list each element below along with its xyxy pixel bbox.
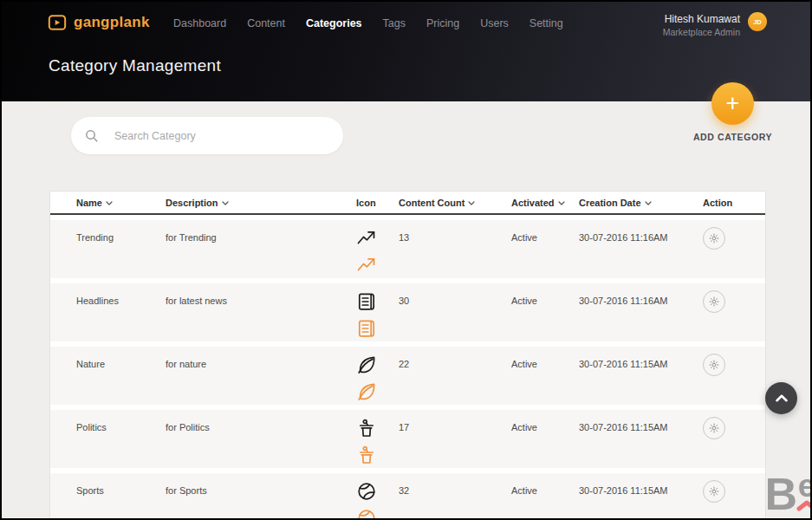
table-row-sports: Sportsfor Sports32Active30-07-2016 11:15… bbox=[50, 473, 765, 520]
search-icon bbox=[85, 129, 99, 143]
row-settings-button[interactable] bbox=[703, 480, 725, 503]
cell-description: for latest news bbox=[166, 283, 356, 341]
search-bar bbox=[71, 117, 343, 154]
cell-action bbox=[703, 473, 767, 520]
gear-icon bbox=[708, 296, 720, 308]
chevron-up-icon bbox=[776, 394, 788, 402]
trending-icon bbox=[356, 228, 377, 249]
ball-icon bbox=[356, 481, 377, 502]
row-settings-button[interactable] bbox=[703, 227, 725, 250]
search-input[interactable] bbox=[114, 130, 329, 142]
status-badge: Active bbox=[511, 410, 579, 468]
gear-icon bbox=[708, 232, 720, 244]
user-menu[interactable]: Hitesh Kumawat Marketplace Admin JD bbox=[663, 12, 767, 39]
app-window: gangplank DashboardContentCategoriesTags… bbox=[0, 0, 812, 520]
cell-creation-date: 30-07-2016 11:15AM bbox=[579, 473, 703, 520]
cell-name: Headlines bbox=[76, 283, 166, 341]
news-icon bbox=[356, 291, 377, 312]
leaf-icon bbox=[356, 354, 377, 375]
cell-icon bbox=[356, 283, 399, 341]
nav-item-categories[interactable]: Categories bbox=[306, 17, 362, 29]
row-settings-button[interactable] bbox=[703, 354, 725, 376]
row-settings-button[interactable] bbox=[703, 417, 725, 439]
behance-watermark: B e bbox=[764, 473, 812, 515]
row-settings-button[interactable] bbox=[703, 290, 725, 313]
gear-icon bbox=[708, 359, 720, 371]
add-category-label[interactable]: ADD CATEGORY bbox=[683, 132, 783, 142]
cell-content-count: 32 bbox=[399, 473, 511, 520]
category-table: NameDescriptionIconContent CountActivate… bbox=[49, 191, 766, 520]
brand-name: gangplank bbox=[74, 14, 150, 31]
column-label: Creation Date bbox=[579, 198, 641, 208]
cell-icon bbox=[356, 220, 399, 278]
trending-icon-orange bbox=[356, 255, 377, 276]
status-badge: Active bbox=[511, 220, 579, 278]
nav-item-content[interactable]: Content bbox=[247, 17, 285, 29]
play-square-icon bbox=[48, 13, 67, 32]
cell-action bbox=[703, 347, 767, 405]
user-role: Marketplace Admin bbox=[663, 26, 740, 39]
news-icon-orange bbox=[356, 318, 377, 339]
column-header-creation-date[interactable]: Creation Date bbox=[579, 198, 703, 208]
cell-description: for nature bbox=[166, 347, 356, 405]
column-label: Icon bbox=[356, 198, 376, 208]
watermark-letter-b: B bbox=[764, 473, 797, 515]
cell-content-count: 22 bbox=[399, 347, 511, 405]
cell-content-count: 30 bbox=[399, 283, 511, 341]
podium-icon-orange bbox=[356, 445, 377, 465]
status-badge: Active bbox=[511, 347, 579, 405]
cell-action bbox=[703, 220, 767, 278]
ball-icon-orange bbox=[356, 508, 377, 520]
plus-icon: + bbox=[726, 92, 740, 115]
column-header-content-count[interactable]: Content Count bbox=[399, 198, 511, 208]
table-row-headlines: Headlinesfor latest news30Active30-07-20… bbox=[50, 283, 765, 341]
gear-icon bbox=[708, 485, 720, 497]
column-label: Action bbox=[703, 198, 732, 208]
cell-action bbox=[703, 283, 767, 341]
sort-chevron-icon bbox=[558, 201, 565, 205]
scroll-to-top-button[interactable] bbox=[765, 382, 797, 414]
sort-chevron-icon bbox=[645, 201, 652, 205]
column-header-activated[interactable]: Activated bbox=[511, 198, 579, 208]
gear-icon bbox=[708, 422, 720, 434]
cell-content-count: 13 bbox=[399, 220, 511, 278]
sort-chevron-icon bbox=[222, 201, 229, 205]
cell-name: Nature bbox=[76, 347, 166, 405]
table-header-row: NameDescriptionIconContent CountActivate… bbox=[50, 192, 765, 215]
avatar[interactable]: JD bbox=[748, 12, 767, 31]
cell-icon bbox=[356, 473, 399, 520]
leaf-icon-orange bbox=[356, 381, 377, 402]
nav-item-tags[interactable]: Tags bbox=[383, 17, 406, 29]
nav-item-pricing[interactable]: Pricing bbox=[426, 17, 459, 29]
table-row-nature: Naturefor nature22Active30-07-2016 11:15… bbox=[50, 347, 765, 405]
watermark-caret-icon bbox=[796, 500, 812, 511]
cell-creation-date: 30-07-2016 11:16AM bbox=[579, 283, 703, 341]
cell-description: for Trending bbox=[166, 220, 356, 278]
add-category-button[interactable]: + bbox=[711, 82, 754, 125]
cell-creation-date: 30-07-2016 11:15AM bbox=[579, 410, 703, 468]
column-header-name[interactable]: Name bbox=[76, 198, 166, 208]
nav-item-dashboard[interactable]: Dashboard bbox=[173, 17, 226, 29]
brand-logo[interactable]: gangplank bbox=[48, 13, 150, 32]
column-label: Description bbox=[166, 198, 218, 208]
status-badge: Active bbox=[511, 473, 579, 520]
cell-name: Sports bbox=[76, 473, 166, 520]
cell-description: for Sports bbox=[166, 473, 356, 520]
cell-icon bbox=[356, 347, 399, 405]
column-label: Content Count bbox=[399, 198, 464, 208]
user-name: Hitesh Kumawat bbox=[663, 12, 740, 26]
cell-action bbox=[703, 410, 767, 468]
sort-chevron-icon bbox=[468, 201, 475, 205]
table-row-trending: Trendingfor Trending13Active30-07-2016 1… bbox=[50, 220, 765, 278]
table-row-politics: Politicsfor Politics17Active30-07-2016 1… bbox=[50, 410, 765, 468]
cell-creation-date: 30-07-2016 11:16AM bbox=[579, 220, 703, 278]
nav-item-users[interactable]: Users bbox=[480, 17, 509, 29]
podium-icon bbox=[356, 418, 377, 439]
column-header-description[interactable]: Description bbox=[166, 198, 356, 208]
add-category: + ADD CATEGORY bbox=[683, 82, 783, 142]
status-badge: Active bbox=[511, 283, 579, 341]
table-body: Trendingfor Trending13Active30-07-2016 1… bbox=[50, 220, 765, 520]
watermark-letter-e: e bbox=[798, 473, 812, 499]
nav-item-setting[interactable]: Setting bbox=[529, 17, 563, 29]
cell-description: for Politics bbox=[166, 410, 356, 468]
